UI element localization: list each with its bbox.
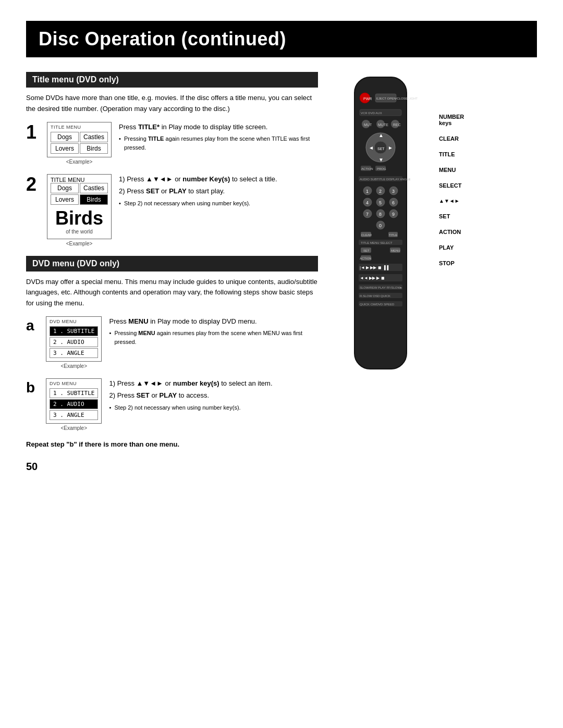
svg-text:PWR: PWR bbox=[363, 97, 372, 101]
label-select: SELECT bbox=[439, 182, 464, 189]
step2-screen-title: TITLE MENU bbox=[51, 177, 108, 183]
step2-cell-birds: Birds bbox=[80, 194, 108, 205]
step-a-letter: a bbox=[26, 318, 41, 333]
svg-text:TITLE    MENU    SELECT: TITLE MENU SELECT bbox=[361, 241, 393, 244]
section1-intro: Some DVDs have more than one title, e.g.… bbox=[26, 93, 318, 115]
svg-text:SLOW/REW  PLAY  FF/SLOW▸: SLOW/REW PLAY FF/SLOW▸ bbox=[360, 286, 402, 289]
page-title-banner: Disc Operation (continued) bbox=[26, 21, 537, 57]
step2-screen: TITLE MENU Dogs Castles Lovers Birds Bir… bbox=[47, 174, 112, 239]
remote-labels: NUMBER keys CLEAR TITLE MENU SELECT ▲▼◄►… bbox=[439, 72, 464, 276]
left-column: Title menu (DVD only) Some DVDs have mor… bbox=[26, 72, 318, 473]
title-cell-castles: Castles bbox=[80, 132, 108, 142]
step-b-example-label: <Example> bbox=[60, 425, 87, 431]
step1-content: TITLE MENU Dogs Castles Lovers Birds <Ex… bbox=[47, 122, 318, 165]
step1-screen-title: TITLE MENU bbox=[51, 125, 108, 130]
svg-text:3: 3 bbox=[392, 189, 395, 194]
svg-text:5: 5 bbox=[379, 200, 382, 205]
section2-header: DVD menu (DVD only) bbox=[26, 256, 318, 272]
dvd-a-item2: 2 . AUDIO bbox=[50, 337, 98, 347]
step1-note: Pressing TITLE again resumes play from t… bbox=[119, 134, 318, 152]
step1-example-label: <Example> bbox=[66, 159, 93, 165]
svg-text:CLEAR: CLEAR bbox=[361, 233, 372, 237]
birds-main-title: Birds bbox=[51, 209, 108, 228]
dvd-a-item3: 3 . ANGLE bbox=[50, 348, 98, 358]
remote-wrapper: PWR EJECT OPEN/CLOSE LIGHT VCR DVD AUX M… bbox=[328, 72, 464, 376]
step-b-screen: DVD MENU 1 . SUBTITLE 2 . AUDIO 3 . ANGL… bbox=[46, 378, 102, 424]
section1-header: Title menu (DVD only) bbox=[26, 72, 318, 88]
svg-text:◄: ◄ bbox=[369, 145, 374, 151]
svg-text:AUDIO  SUBTITLE  DISPLAY  ANGL: AUDIO SUBTITLE DISPLAY ANGLE bbox=[360, 178, 410, 181]
section2-intro: DVDs may offer a special menu. This menu… bbox=[26, 277, 318, 309]
step2-content: TITLE MENU Dogs Castles Lovers Birds Bir… bbox=[47, 174, 318, 246]
step-b-content: DVD MENU 1 . SUBTITLE 2 . AUDIO 3 . ANGL… bbox=[46, 378, 318, 431]
step2-cell-castles: Castles bbox=[80, 183, 108, 193]
step2-cell-dogs: Dogs bbox=[51, 183, 79, 193]
svg-text:QUICK  CM/DVD  SPEED: QUICK CM/DVD SPEED bbox=[360, 303, 395, 306]
step-b-note: Step 2) not necessary when using number … bbox=[109, 403, 318, 412]
title-cell-lovers: Lovers bbox=[51, 143, 79, 154]
step-a-instruction-main: Press MENU in Play mode to display DVD m… bbox=[109, 316, 318, 327]
label-stop: STOP bbox=[439, 260, 464, 266]
svg-text:9: 9 bbox=[392, 212, 395, 217]
svg-text:ACTION: ACTION bbox=[360, 257, 372, 260]
svg-text:MENU: MENU bbox=[391, 249, 400, 252]
step-a-content: DVD MENU 1 . SUBTITLE 2 . AUDIO 3 . ANGL… bbox=[46, 316, 318, 369]
step1-block: 1 TITLE MENU Dogs Castles Lovers Birds bbox=[26, 122, 318, 165]
repeat-note-container: Repeat step "b" if there is more than on… bbox=[26, 440, 318, 448]
title-cell-dogs: Dogs bbox=[51, 132, 79, 142]
label-play: PLAY bbox=[439, 244, 464, 251]
svg-text:EJECT OPEN/CLOSE LIGHT: EJECT OPEN/CLOSE LIGHT bbox=[376, 97, 418, 100]
label-arrow: ▲▼◄► bbox=[439, 198, 464, 204]
page-title: Disc Operation (continued) bbox=[39, 28, 286, 50]
birds-subtitle: of the world bbox=[51, 229, 108, 235]
svg-text:0: 0 bbox=[379, 223, 382, 228]
step-a-block: a DVD MENU 1 . SUBTITLE 2 . AUDIO 3 . AN… bbox=[26, 316, 318, 369]
svg-text:7: 7 bbox=[366, 212, 369, 217]
label-action: ACTION bbox=[439, 229, 464, 235]
remote-svg-container: PWR EJECT OPEN/CLOSE LIGHT VCR DVD AUX M… bbox=[328, 72, 433, 376]
dvd-b-item3: 3 . ANGLE bbox=[50, 410, 98, 420]
svg-text:SET: SET bbox=[363, 249, 370, 252]
svg-text:VCR  DVD  AUX: VCR DVD AUX bbox=[361, 112, 382, 115]
svg-text:MUT: MUT bbox=[364, 123, 372, 127]
step-b-block: b DVD MENU 1 . SUBTITLE 2 . AUDIO 3 . AN… bbox=[26, 378, 318, 431]
svg-text:REC: REC bbox=[393, 123, 401, 127]
page-number: 50 bbox=[26, 461, 318, 473]
svg-text:TITLE: TITLE bbox=[389, 233, 397, 237]
dvd-b-item2: 2 . AUDIO bbox=[50, 399, 98, 409]
svg-text:SET: SET bbox=[377, 147, 385, 151]
svg-text:▲: ▲ bbox=[378, 132, 384, 138]
step-a-instructions: Press MENU in Play mode to display DVD m… bbox=[109, 316, 318, 347]
step2-title-grid: Dogs Castles Lovers Birds bbox=[51, 183, 108, 205]
step2-cell-lovers: Lovers bbox=[51, 194, 79, 205]
label-number-keys: NUMBER keys bbox=[439, 114, 464, 126]
main-content: Title menu (DVD only) Some DVDs have mor… bbox=[26, 72, 537, 473]
svg-text:8: 8 bbox=[379, 212, 382, 217]
label-clear: CLEAR bbox=[439, 135, 464, 142]
svg-text:4: 4 bbox=[366, 200, 369, 205]
step2-instructions: 1) Press ▲▼◄► or number Key(s) to select… bbox=[119, 174, 318, 208]
svg-text:2: 2 bbox=[379, 189, 382, 194]
repeat-note: Repeat step "b" if there is more than on… bbox=[26, 440, 179, 448]
svg-text:MUTE: MUTE bbox=[378, 123, 388, 127]
step-b-screen-title: DVD MENU bbox=[50, 381, 98, 386]
svg-text:▼: ▼ bbox=[378, 157, 384, 163]
step-b-instruction1: 1) Press ▲▼◄► or number key(s) to select… bbox=[109, 378, 318, 389]
step2-number: 2 bbox=[26, 175, 42, 194]
step1-instructions: Press TITLE* in Play mode to display tit… bbox=[119, 122, 318, 152]
step2-block: 2 TITLE MENU Dogs Castles Lovers Birds bbox=[26, 174, 318, 246]
svg-text:►: ► bbox=[388, 145, 393, 151]
step-a-note: Pressing MENU again resumes play from th… bbox=[109, 329, 318, 346]
step-b-letter: b bbox=[26, 380, 41, 395]
step-b-instructions: 1) Press ▲▼◄► or number key(s) to select… bbox=[109, 378, 318, 412]
step2-example-label: <Example> bbox=[66, 241, 93, 246]
remote-svg: PWR EJECT OPEN/CLOSE LIGHT VCR DVD AUX M… bbox=[328, 72, 433, 374]
dvd-b-item1: 1 . SUBTITLE bbox=[50, 388, 98, 398]
svg-text:R.SLOW  OSD  QUICK: R.SLOW OSD QUICK bbox=[360, 294, 390, 298]
svg-text:ACTION: ACTION bbox=[361, 167, 373, 170]
svg-text:6: 6 bbox=[392, 200, 395, 205]
step2-instruction1: 1) Press ▲▼◄► or number Key(s) to select… bbox=[119, 174, 318, 184]
step1-screen: TITLE MENU Dogs Castles Lovers Birds bbox=[47, 122, 112, 157]
dvd-a-item1: 1 . SUBTITLE bbox=[50, 326, 98, 336]
label-menu: MENU bbox=[439, 167, 464, 173]
